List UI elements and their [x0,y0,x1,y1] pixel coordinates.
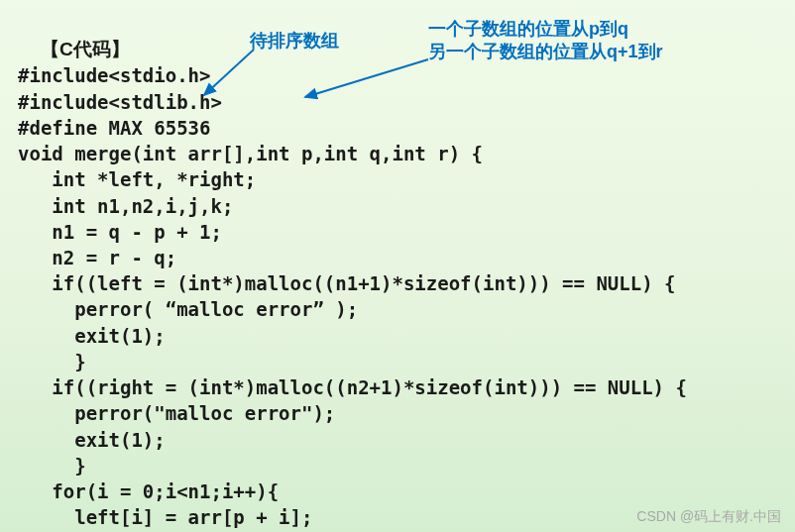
code-header: 【C代码】 [41,39,130,59]
code-line: left[i] = arr[p + i]; [18,506,312,528]
code-line: int n1,n2,i,j,k; [18,195,233,217]
code-line: void merge(int arr[],int p,int q,int r) … [18,143,483,164]
annotation-label-array: 待排序数组 [250,30,339,53]
watermark-text: CSDN @码上有财.中国 [636,508,781,526]
code-line: perror( “malloc error” ); [18,298,358,320]
code-line: #include<stdio.h> [18,64,210,86]
code-line: n2 = r - q; [18,247,176,268]
code-line: int *left, *right; [18,168,256,190]
code-line: exit(1); [18,325,166,347]
code-line: for(i = 0;i<n1;i++){ [18,480,279,502]
code-line: #define MAX 65536 [18,117,210,139]
code-line: n1 = q - p + 1; [18,221,222,243]
code-line: } [18,455,86,477]
code-line: if((right = (int*)malloc((n2+1)*sizeof(i… [18,376,687,398]
code-line: if((left = (int*)malloc((n1+1)*sizeof(in… [18,272,675,294]
code-line: } [18,351,86,372]
annotation-label-subarray: 一个子数组的位置从p到q 另一个子数组的位置从q+1到r [428,18,663,64]
code-line: exit(1); [18,429,166,451]
code-line: perror("malloc error"); [18,402,335,424]
code-line: #include<stdlib.h> [18,91,222,113]
code-block: 【C代码】 #include<stdio.h> #include<stdlib.… [18,10,777,532]
